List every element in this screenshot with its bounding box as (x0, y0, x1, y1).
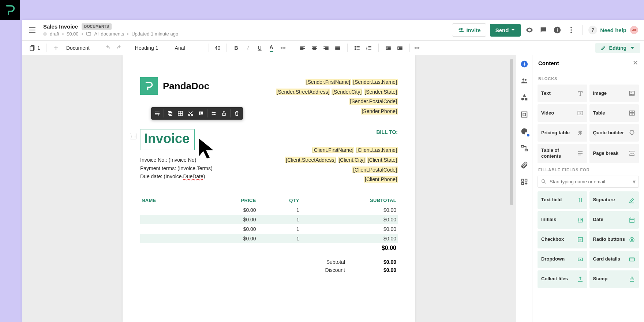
font-dropdown[interactable]: Arial (171, 45, 206, 51)
paperclip-icon (520, 161, 528, 169)
comments-button[interactable] (538, 25, 548, 35)
workflow-icon (520, 144, 528, 152)
user-avatar[interactable]: JD (630, 26, 638, 34)
field-initials[interactable]: Initials (538, 211, 587, 229)
more-button[interactable] (566, 25, 576, 35)
block-table[interactable]: Table (589, 104, 639, 122)
redo-button[interactable] (114, 43, 124, 53)
rail-apps-button[interactable] (519, 177, 529, 187)
block-toolbar (151, 107, 243, 120)
underline-button[interactable]: U (255, 43, 265, 53)
field-date[interactable]: Date (589, 211, 639, 229)
block-lock-button[interactable] (219, 109, 229, 118)
field-dropdown[interactable]: Dropdown (538, 251, 587, 268)
table-row[interactable]: $0.001$0.00 (140, 215, 398, 224)
field-textfield[interactable]: Text field (538, 191, 587, 209)
invite-button[interactable]: Invite (452, 23, 486, 37)
search-icon (541, 179, 547, 184)
client-block[interactable]: [Client.FirstName] [Client.LastName] [Cl… (285, 145, 398, 184)
align-justify-button[interactable] (333, 43, 343, 53)
block-image[interactable]: Image (589, 85, 639, 102)
invoice-meta[interactable]: Invoice No.: (Invoice No) Payment terms:… (140, 156, 213, 180)
client-postal: [Client.PostalCode] (352, 166, 398, 173)
block-comment-button[interactable] (196, 109, 206, 118)
outdent-button[interactable] (383, 43, 393, 53)
add-button[interactable] (51, 43, 61, 53)
drag-handle[interactable]: ⋮⋮ (130, 133, 136, 139)
rail-recipients-button[interactable] (519, 76, 529, 86)
pages-button[interactable]: 1 (28, 43, 42, 53)
style-label: Heading 1 (135, 45, 158, 51)
discount-val: $0.00 (367, 267, 396, 273)
more-text-button[interactable]: ••• (278, 43, 288, 53)
align-right-button[interactable] (321, 43, 331, 53)
block-video[interactable]: Video (538, 104, 587, 122)
table-row[interactable]: $0.001$0.00 (140, 224, 398, 234)
status-text: draft (50, 31, 59, 37)
cell (140, 234, 198, 243)
rail-variables-button[interactable] (519, 93, 529, 103)
number-list-button[interactable]: 123 (364, 43, 374, 53)
indent-button[interactable] (395, 43, 405, 53)
card-icon (629, 256, 635, 263)
info-button[interactable] (552, 25, 562, 35)
recipient-search[interactable]: ▾ (538, 176, 639, 188)
preview-button[interactable] (524, 25, 535, 35)
italic-button[interactable]: I (243, 43, 253, 53)
field-card[interactable]: Card details (589, 251, 639, 268)
block-pagebreak[interactable]: Page break (589, 144, 639, 163)
block-settings-button[interactable] (209, 109, 218, 118)
block-quote[interactable]: Quote builder (589, 124, 639, 142)
brand-text: PandaDoc (163, 80, 209, 92)
field-signature[interactable]: Signature (589, 191, 639, 209)
scrollbar[interactable] (510, 59, 513, 205)
block-toc[interactable]: Table of contents (538, 144, 587, 163)
help-button[interactable]: ? Need help (588, 26, 626, 34)
sender-block[interactable]: [Sender.FirstName] [Sender.LastName] [Se… (276, 77, 398, 116)
undo-button[interactable] (102, 43, 113, 53)
rail-attachments-button[interactable] (519, 160, 529, 170)
text-color-button[interactable]: A (266, 43, 277, 53)
block-duplicate-button[interactable] (165, 109, 175, 118)
chevron-down-icon[interactable]: ▾ (633, 178, 636, 185)
svg-point-21 (522, 79, 524, 81)
field-upload[interactable]: Collect files (538, 270, 587, 288)
doc-title[interactable]: Sales Invoice (43, 23, 78, 30)
recipient-search-input[interactable] (550, 179, 630, 184)
bullet-list-button[interactable] (352, 43, 362, 53)
more-format-button[interactable]: ••• (412, 43, 422, 53)
rail-design-button[interactable] (519, 109, 529, 120)
svg-rect-24 (525, 98, 527, 100)
checkbox-icon (577, 236, 584, 243)
field-stamp[interactable]: Stamp (589, 270, 639, 288)
svg-rect-30 (525, 179, 527, 181)
bold-button[interactable]: B (231, 43, 242, 53)
rail-workflow-button[interactable] (519, 143, 529, 153)
field-checkbox[interactable]: Checkbox (538, 231, 587, 248)
block-text[interactable]: Text (538, 85, 587, 102)
mode-toggle[interactable]: Editing (595, 43, 640, 53)
panel-close-button[interactable]: ✕ (633, 59, 638, 67)
rail-theme-button[interactable] (519, 126, 529, 136)
table-row[interactable]: $0.001$0.00 (140, 205, 398, 215)
send-button[interactable]: Send (490, 24, 521, 37)
folder-name[interactable]: All documents (94, 31, 124, 37)
size-dropdown[interactable]: 40 (211, 45, 224, 51)
pricing-table[interactable]: NAME PRICE QTY SUBTOTAL $0.001$0.00 $0.0… (140, 195, 398, 243)
align-left-button[interactable] (297, 43, 308, 53)
block-pricing[interactable]: Pricing table (538, 124, 587, 142)
rail-content-button[interactable] (519, 59, 529, 69)
block-delete-button[interactable] (232, 109, 242, 118)
svg-rect-29 (521, 179, 524, 181)
invoice-heading-block[interactable]: Invoice (140, 129, 195, 150)
document-dropdown[interactable]: Document (63, 45, 93, 51)
block-add-button[interactable] (153, 109, 162, 118)
style-dropdown[interactable]: Heading 1 (131, 45, 166, 51)
field-radio[interactable]: Radio buttons (589, 231, 639, 248)
menu-hamburger[interactable] (28, 26, 37, 34)
document-page[interactable]: PandaDoc [Sender.FirstName] [Sender.Last… (123, 55, 415, 322)
block-cut-button[interactable] (186, 109, 195, 118)
align-center-button[interactable] (309, 43, 319, 53)
table-row[interactable]: $0.001$0.00 (140, 234, 398, 243)
block-grid-button[interactable] (176, 109, 185, 118)
